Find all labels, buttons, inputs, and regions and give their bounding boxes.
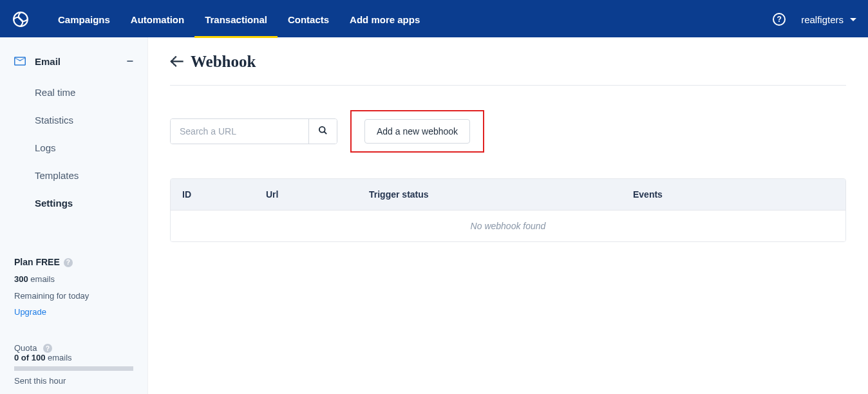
sidebar-item-statistics[interactable]: Statistics	[0, 106, 147, 134]
svg-line-2	[324, 131, 326, 134]
user-menu[interactable]: realfigters	[801, 14, 856, 25]
add-webhook-button[interactable]: Add a new webhook	[364, 119, 470, 144]
sidebar-item-templates[interactable]: Templates	[0, 162, 147, 189]
table-header-events: Events	[633, 189, 834, 200]
brand-logo-icon[interactable]	[12, 10, 30, 28]
help-icon[interactable]: ?	[773, 13, 786, 26]
main-content: 🡠 Webhook Add a new webhook ID Url Tr	[148, 37, 868, 394]
plan-emails-count: 300	[14, 274, 28, 284]
help-circle-icon[interactable]: ?	[64, 258, 73, 267]
nav-campaigns[interactable]: Campaigns	[48, 1, 120, 37]
table-header-id: ID	[182, 189, 266, 200]
top-navigation: Campaigns Automation Transactional Conta…	[0, 1, 868, 37]
table-header-row: ID Url Trigger status Events	[171, 179, 845, 210]
webhook-table: ID Url Trigger status Events No webhook …	[170, 178, 846, 242]
table-header-url: Url	[266, 189, 369, 200]
sidebar-item-realtime[interactable]: Real time	[0, 79, 147, 106]
sidebar-section-email[interactable]: Email −	[0, 50, 147, 72]
plan-title: Plan FREE ?	[14, 256, 73, 269]
envelope-icon	[14, 57, 26, 66]
plan-panel: Plan FREE ? 300 emails Remaining for tod…	[0, 256, 147, 319]
search-input[interactable]	[171, 119, 308, 144]
sidebar-section-label: Email	[35, 56, 61, 67]
sidebar: Email − Real time Statistics Logs Templa…	[0, 37, 148, 394]
search-group	[170, 118, 337, 144]
nav-contacts[interactable]: Contacts	[278, 1, 339, 37]
quota-panel: Quota ? 0 of 100 emails Sent this hour	[0, 343, 147, 386]
add-webhook-highlight: Add a new webhook	[350, 110, 484, 153]
chevron-down-icon	[850, 18, 856, 21]
nav-transactional[interactable]: Transactional	[194, 1, 278, 37]
page-title: Webhook	[191, 53, 256, 71]
plan-emails-word: emails	[30, 274, 55, 284]
header-divider	[170, 85, 846, 86]
sidebar-item-logs[interactable]: Logs	[0, 134, 147, 162]
nav-automation[interactable]: Automation	[120, 1, 194, 37]
quota-title: Quota ?	[14, 343, 52, 353]
search-icon	[318, 126, 328, 137]
quota-progress-bar	[14, 366, 133, 371]
collapse-icon: −	[126, 55, 133, 67]
quota-count: 0 of 100	[14, 353, 45, 362]
svg-point-1	[319, 127, 325, 133]
back-arrow-icon[interactable]: 🡠	[170, 53, 184, 70]
plan-remaining: Remaining for today	[14, 290, 133, 303]
help-circle-icon[interactable]: ?	[43, 344, 52, 353]
quota-emails-word: emails	[48, 353, 72, 362]
user-name: realfigters	[801, 14, 844, 25]
table-header-trigger: Trigger status	[369, 189, 633, 200]
quota-sent-label: Sent this hour	[14, 376, 133, 386]
nav-add-more-apps[interactable]: Add more apps	[339, 1, 430, 37]
table-empty-message: No webhook found	[171, 210, 845, 241]
search-button[interactable]	[308, 119, 337, 144]
upgrade-link[interactable]: Upgrade	[14, 306, 133, 319]
sidebar-item-settings[interactable]: Settings	[0, 189, 147, 217]
